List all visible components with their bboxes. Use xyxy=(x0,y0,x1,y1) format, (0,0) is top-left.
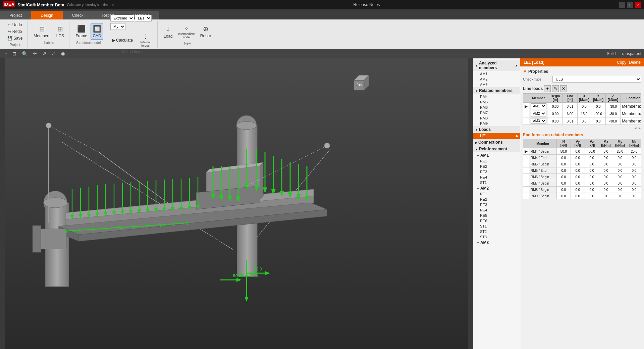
3d-viewport[interactable]: /* arrows rendered below */ xyxy=(0,58,473,349)
connections-header[interactable]: Connections xyxy=(473,139,520,146)
ef-vy-7[interactable] xyxy=(571,193,585,199)
row-expand-1[interactable] xyxy=(523,110,529,117)
tree-item-le1[interactable]: LE1 ▶ xyxy=(473,133,520,139)
ef-mx-4[interactable] xyxy=(599,174,613,180)
x-input-1[interactable] xyxy=(579,112,589,116)
tree-item-rm7[interactable]: RM7 xyxy=(473,110,520,115)
ef-mz-3[interactable] xyxy=(627,167,641,174)
ef-vz-5[interactable] xyxy=(585,180,599,187)
row-begin-2[interactable] xyxy=(548,117,563,125)
ef-expand-0[interactable]: ▶ xyxy=(523,148,529,155)
rebar-button[interactable]: ⊕ Rebar xyxy=(198,23,213,40)
maximize-button[interactable]: □ xyxy=(627,2,633,8)
ef-expand-3[interactable] xyxy=(523,167,529,174)
tree-item-re1-am1[interactable]: RE1 xyxy=(473,158,520,164)
end-input-1[interactable] xyxy=(564,112,576,116)
begin-input-2[interactable] xyxy=(549,119,561,123)
scroll-up-arrow[interactable]: ▲ xyxy=(515,64,518,67)
ef-mz-5[interactable] xyxy=(627,180,641,187)
ef-mx-1[interactable] xyxy=(599,155,613,161)
tree-item-re2-am1[interactable]: RE2 xyxy=(473,164,520,169)
tree-item-am3[interactable]: AM3 xyxy=(473,82,520,87)
tree-item-rm5[interactable]: RM5 xyxy=(473,99,520,105)
related-members-header[interactable]: Related members xyxy=(473,87,520,94)
tree-item-st1-am2[interactable]: ST1 xyxy=(473,223,520,229)
ef-mz-1[interactable] xyxy=(627,155,641,161)
tree-item-rm9[interactable]: RM9 xyxy=(473,121,520,126)
ef-expand-2[interactable] xyxy=(523,161,529,167)
y-input-1[interactable] xyxy=(592,112,604,116)
tree-item-re1-am2[interactable]: RE1 xyxy=(473,191,520,197)
cad-button[interactable]: 🔲 CAD xyxy=(91,23,103,40)
transparent-mode-button[interactable]: Transparent xyxy=(620,51,641,56)
ef-vy-0[interactable] xyxy=(571,148,585,155)
ef-n-3[interactable] xyxy=(556,167,571,174)
row-expand-2[interactable] xyxy=(523,117,529,125)
ef-n-4[interactable] xyxy=(556,174,571,180)
analyzed-members-header[interactable]: Analyzed members ▲ xyxy=(473,60,520,71)
reinforcement-header[interactable]: Reinforcement xyxy=(473,146,520,152)
fit-button[interactable]: ⤢ xyxy=(50,50,57,57)
tree-item-re3-am2[interactable]: RE3 xyxy=(473,202,520,207)
ef-vz-2[interactable] xyxy=(585,161,599,167)
ef-mx-3[interactable] xyxy=(599,167,613,174)
zoom-in-button[interactable]: 🔍 xyxy=(20,50,29,57)
ef-vz-3[interactable] xyxy=(585,167,599,174)
ef-my-3[interactable] xyxy=(613,167,627,174)
tab-project[interactable]: Project xyxy=(0,11,31,19)
row-x-2[interactable] xyxy=(578,117,591,125)
redo-button[interactable]: ↪ Redo xyxy=(6,28,24,35)
tree-item-st1-am1[interactable]: ST1 xyxy=(473,180,520,185)
load-button[interactable]: ↓ Load xyxy=(162,23,175,40)
ef-mz-7[interactable] xyxy=(627,193,641,199)
zoom-fit-button[interactable]: ⊡ xyxy=(11,50,18,57)
row-begin-0[interactable] xyxy=(548,103,563,110)
row-end-0[interactable] xyxy=(563,103,578,110)
ef-mx-2[interactable] xyxy=(599,161,613,167)
begin-input-1[interactable] xyxy=(549,112,561,116)
ef-vy-1[interactable] xyxy=(571,155,585,161)
delete-button[interactable]: Delete xyxy=(629,60,641,65)
ef-my-5[interactable] xyxy=(613,180,627,187)
ef-vz-0[interactable] xyxy=(585,148,599,155)
ef-mz-2[interactable] xyxy=(627,161,641,167)
tree-item-st2-am2[interactable]: ST2 xyxy=(473,229,520,234)
row-member-1[interactable]: AM2 xyxy=(529,110,548,117)
tab-design[interactable]: Design xyxy=(31,11,62,19)
z-input-2[interactable] xyxy=(607,119,619,123)
tree-item-re6-am2[interactable]: RE6 xyxy=(473,218,520,223)
row-z-0[interactable] xyxy=(606,103,621,110)
row-end-2[interactable] xyxy=(563,117,578,125)
y-input-2[interactable] xyxy=(592,119,604,123)
copy-button[interactable]: Copy xyxy=(617,60,626,65)
ef-vz-1[interactable] xyxy=(585,155,599,161)
calculate-button[interactable]: ▶ Calculate xyxy=(110,32,135,49)
z-input-1[interactable] xyxy=(607,112,619,116)
ef-mx-5[interactable] xyxy=(599,180,613,187)
z-input-0[interactable] xyxy=(607,105,619,108)
row-y-0[interactable] xyxy=(591,103,606,110)
y-input-0[interactable] xyxy=(592,105,604,108)
reinforcement-am2-header[interactable]: AM2 xyxy=(473,185,520,191)
le1-select[interactable]: LE1 LE2 xyxy=(135,15,152,21)
member-select-1[interactable]: AM2 xyxy=(531,111,546,116)
frame-button[interactable]: ⬛ Frame xyxy=(73,23,89,40)
ef-mz-0[interactable] xyxy=(627,148,641,155)
ef-n-7[interactable] xyxy=(556,193,571,199)
tab-check[interactable]: Check xyxy=(63,11,93,19)
row-expand-0[interactable]: ▶ xyxy=(523,103,529,110)
tree-item-re4-am1[interactable]: RE4 xyxy=(473,174,520,180)
tree-item-re4-am2[interactable]: RE4 xyxy=(473,207,520,213)
ef-vz-6[interactable] xyxy=(585,187,599,193)
ef-my-6[interactable] xyxy=(613,187,627,193)
ef-mx-7[interactable] xyxy=(599,193,613,199)
begin-input-0[interactable] xyxy=(549,105,561,108)
tree-item-re5-am2[interactable]: RE5 xyxy=(473,213,520,218)
check-type-select[interactable]: ULS SLS xyxy=(552,76,641,83)
ef-n-1[interactable] xyxy=(556,155,571,161)
member-select-2[interactable]: AM3 xyxy=(531,118,546,124)
ef-expand-5[interactable] xyxy=(523,180,529,187)
row-end-1[interactable] xyxy=(563,110,578,117)
ef-n-6[interactable] xyxy=(556,187,571,193)
ef-vz-4[interactable] xyxy=(585,174,599,180)
